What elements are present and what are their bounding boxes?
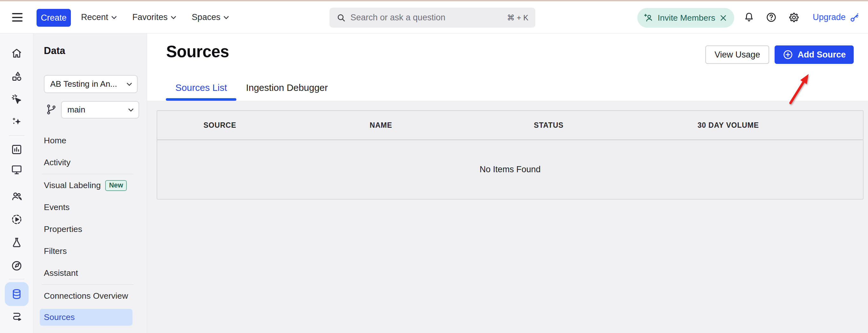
page-title: Sources — [166, 42, 229, 61]
sidebar-item-visual-labeling[interactable]: Visual LabelingNew — [33, 175, 147, 196]
close-icon[interactable] — [719, 14, 727, 22]
notifications-bell-icon[interactable] — [743, 12, 754, 23]
sidebar-item-label: Events — [44, 203, 69, 212]
sidebar-item-sources[interactable]: Sources — [40, 309, 132, 326]
sidebar-item-label: Properties — [44, 224, 82, 234]
rail-divider — [9, 279, 25, 279]
ai-sparkles-icon[interactable] — [11, 116, 23, 128]
search-shortcut: ⌘ + K — [507, 13, 528, 22]
dashboards-chart-icon[interactable] — [11, 144, 23, 155]
menu-favorites[interactable]: Favorites — [124, 1, 184, 33]
project-selector[interactable]: AB Testing in An... — [44, 75, 137, 93]
menu-recent[interactable]: Recent — [73, 1, 124, 33]
sidebar-divider — [42, 174, 133, 174]
data-database-icon[interactable] — [11, 288, 23, 300]
journeys-route-icon[interactable] — [11, 311, 23, 323]
chevron-down-icon — [223, 14, 229, 19]
invite-members-button[interactable]: Invite Members — [637, 8, 734, 28]
top-menus: RecentFavoritesSpaces — [73, 1, 237, 33]
column-header-name: NAME — [370, 121, 392, 130]
add-user-icon — [644, 13, 654, 23]
column-header-30-day-volume: 30 DAY VOLUME — [698, 121, 759, 130]
new-badge: New — [105, 180, 127, 191]
help-icon[interactable] — [766, 12, 777, 23]
menu-label: Recent — [81, 12, 108, 22]
sidebar-title: Data — [44, 45, 65, 57]
table-empty-state: No Items Found — [157, 140, 863, 199]
sidebar-item-properties[interactable]: Properties — [33, 218, 147, 240]
plus-circle-icon — [782, 49, 793, 60]
upgrade-label: Upgrade — [813, 12, 846, 22]
chevron-down-icon — [128, 106, 134, 112]
sidebar-item-filters[interactable]: Filters — [33, 240, 147, 262]
menu-label: Spaces — [192, 12, 220, 22]
empty-message: No Items Found — [479, 164, 540, 175]
search-bar[interactable]: ⌘ + K — [330, 8, 535, 28]
invite-members-label: Invite Members — [658, 13, 715, 23]
sidebar-item-label: Home — [44, 136, 66, 146]
top-navigation-bar: Create RecentFavoritesSpaces ⌘ + K Invit… — [0, 1, 868, 33]
tab-ingestion-debugger[interactable]: Ingestion Debugger — [237, 82, 337, 101]
settings-gear-icon[interactable] — [788, 12, 800, 23]
shapes-icon[interactable] — [11, 70, 23, 82]
discover-compass-icon[interactable] — [11, 260, 23, 272]
sources-table: SOURCENAMESTATUS30 DAY VOLUME No Items F… — [157, 110, 864, 200]
chevron-down-icon — [111, 14, 117, 19]
add-source-button[interactable]: Add Source — [775, 46, 854, 64]
page-header: Sources View Usage Add Source Sources Li… — [147, 33, 868, 101]
hamburger-menu-icon[interactable] — [12, 13, 23, 22]
table-header-row: SOURCENAMESTATUS30 DAY VOLUME — [157, 111, 863, 140]
branch-selector-value: main — [67, 105, 129, 115]
tab-bar: Sources ListIngestion Debugger — [166, 82, 337, 101]
guides-play-icon[interactable] — [11, 214, 23, 225]
branch-selector[interactable]: main — [61, 101, 139, 119]
create-button[interactable]: Create — [36, 9, 71, 27]
rail-divider — [9, 135, 25, 136]
sidebar-divider — [42, 284, 133, 285]
search-icon — [337, 13, 346, 23]
upgrade-link[interactable]: Upgrade — [813, 1, 860, 33]
git-branch-icon — [45, 103, 57, 115]
project-selector-value: AB Testing in An... — [50, 79, 127, 89]
sidebar-item-label: Assistant — [44, 268, 78, 278]
search-input[interactable] — [350, 13, 503, 23]
data-sidebar: Data AB Testing in An... main HomeActivi… — [33, 33, 147, 333]
main-content: Sources View Usage Add Source Sources Li… — [147, 33, 868, 333]
tab-sources-list[interactable]: Sources List — [166, 82, 237, 101]
visual-tagger-cursor-icon[interactable] — [11, 93, 23, 105]
sidebar-item-activity[interactable]: Activity — [33, 152, 147, 174]
sidebar-item-label: Activity — [44, 158, 70, 168]
sidebar-item-connections-overview[interactable]: Connections Overview — [33, 285, 147, 307]
sidebar-item-label: Visual Labeling — [44, 180, 101, 190]
key-icon — [849, 12, 860, 23]
chevron-down-icon — [127, 81, 132, 86]
sidebar-item-label: Filters — [44, 246, 67, 256]
view-usage-button[interactable]: View Usage — [705, 46, 770, 64]
menu-label: Favorites — [132, 12, 168, 22]
column-header-status: STATUS — [534, 121, 563, 130]
sidebar-nav: HomeActivityVisual LabelingNewEventsProp… — [33, 130, 147, 326]
app-icon-rail — [0, 33, 33, 333]
add-source-label: Add Source — [798, 50, 846, 60]
sidebar-item-events[interactable]: Events — [33, 196, 147, 218]
sidebar-item-home[interactable]: Home — [33, 130, 147, 152]
chevron-down-icon — [170, 14, 176, 19]
home-icon[interactable] — [11, 47, 23, 59]
sidebar-item-label: Sources — [44, 312, 75, 322]
experiments-flask-icon[interactable] — [11, 237, 23, 248]
sidebar-item-label: Connections Overview — [44, 291, 128, 301]
column-header-source: SOURCE — [203, 121, 236, 130]
users-icon[interactable] — [11, 190, 23, 202]
sidebar-item-assistant[interactable]: Assistant — [33, 262, 147, 284]
menu-spaces[interactable]: Spaces — [184, 1, 237, 33]
session-replay-monitor-icon[interactable] — [11, 164, 23, 175]
